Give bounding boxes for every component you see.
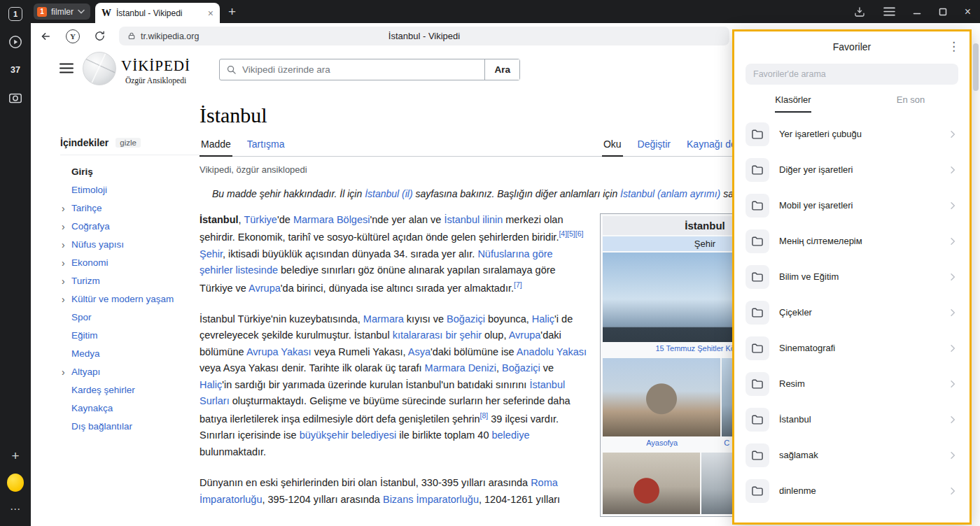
- wiki-link[interactable]: Bizans İmparatorluğu: [383, 494, 479, 505]
- toc-item-label[interactable]: Kaynakça: [71, 403, 113, 413]
- toc-item-label[interactable]: Etimoloji: [71, 185, 107, 195]
- toc-hide-button[interactable]: gizle: [115, 138, 141, 148]
- toc-item-dış-bağlantılar[interactable]: Dış bağlantılar: [60, 418, 204, 436]
- wikipedia-logo[interactable]: [83, 52, 116, 85]
- address-bar[interactable]: tr.wikipedia.org İstanbul - Vikipedi: [119, 27, 729, 45]
- toc-item-turizm[interactable]: ›Turizm: [60, 272, 204, 290]
- reference-link[interactable]: [4][5][6]: [559, 229, 583, 238]
- infobox-caption-left[interactable]: Ayasofya: [603, 439, 721, 447]
- folder-item-dinlenme[interactable]: dinlenme: [734, 473, 969, 509]
- minimize-icon[interactable]: [913, 8, 921, 16]
- toc-item-giriş[interactable]: Giriş: [60, 163, 204, 181]
- chevron-right-icon[interactable]: [947, 414, 958, 425]
- wiki-link[interactable]: Marmara: [363, 313, 404, 325]
- wiki-link[interactable]: Avrupa Yakası: [246, 346, 312, 357]
- toc-item-label[interactable]: Coğrafya: [71, 221, 110, 232]
- wiki-link[interactable]: Anadolu Yakası: [517, 346, 587, 357]
- wiki-link[interactable]: İstanbul (il): [365, 188, 412, 199]
- chevron-right-icon[interactable]: [947, 485, 958, 497]
- reference-link[interactable]: [8]: [480, 411, 489, 420]
- wiki-search-input[interactable]: [241, 59, 484, 80]
- tab-close-icon[interactable]: ×: [208, 8, 214, 18]
- more-services-icon[interactable]: ⋯: [7, 501, 24, 518]
- folder-item-bilim-ve-eğitim[interactable]: Bilim ve Eğitim: [734, 259, 969, 294]
- toc-item-label[interactable]: Giriş: [71, 166, 93, 177]
- wiki-link[interactable]: Haliç: [200, 379, 222, 390]
- chevron-right-icon[interactable]: ›: [62, 236, 65, 254]
- yandex-icon[interactable]: Y: [66, 29, 80, 43]
- wiki-link[interactable]: Türkiye: [244, 214, 277, 225]
- toc-item-label[interactable]: Ekonomi: [71, 257, 108, 268]
- wiki-link[interactable]: Asya: [408, 346, 430, 357]
- chevron-right-icon[interactable]: ›: [62, 363, 65, 381]
- wiki-link[interactable]: büyükşehir belediyesi: [300, 429, 397, 441]
- wiki-link[interactable]: belediye: [491, 429, 529, 441]
- page-tab-değiştir[interactable]: Değiştir: [636, 134, 672, 156]
- toc-item-etimoloji[interactable]: Etimoloji: [60, 181, 204, 199]
- chevron-right-icon[interactable]: [947, 129, 958, 140]
- alice-icon[interactable]: [7, 474, 24, 491]
- toc-item-label[interactable]: Medya: [71, 348, 100, 359]
- wiki-link[interactable]: Boğaziçi: [502, 362, 540, 374]
- tab-istanbul-vikipedi[interactable]: W İstanbul - Vikipedi ×: [95, 3, 220, 23]
- close-window-icon[interactable]: ×: [965, 6, 971, 17]
- chevron-right-icon[interactable]: ›: [62, 199, 65, 218]
- wiki-link[interactable]: kıtalararası bir şehir: [393, 329, 482, 341]
- toc-item-tarihçe[interactable]: ›Tarihçe: [60, 199, 204, 218]
- refresh-icon[interactable]: [94, 30, 106, 42]
- toc-item-nüfus-yapısı[interactable]: ›Nüfus yapısı: [60, 236, 204, 254]
- chevron-right-icon[interactable]: [947, 378, 958, 390]
- wiki-search-button[interactable]: Ara: [484, 59, 519, 80]
- chevron-right-icon[interactable]: ›: [62, 218, 65, 236]
- chevron-right-icon[interactable]: [947, 307, 958, 318]
- toc-item-ekonomi[interactable]: ›Ekonomi: [60, 254, 204, 272]
- chevron-right-icon[interactable]: [947, 343, 958, 354]
- chevron-right-icon[interactable]: [947, 200, 958, 211]
- wiki-link[interactable]: İstanbul ilinin: [444, 214, 503, 225]
- toc-item-kardeş-şehirler[interactable]: Kardeş şehirler: [60, 381, 204, 399]
- toc-item-kaynakça[interactable]: Kaynakça: [60, 399, 204, 418]
- wiki-link[interactable]: İstanbul (anlam ayrımı): [620, 188, 720, 199]
- infobox-image-tram[interactable]: [603, 453, 700, 514]
- folder-item-i̇stanbul[interactable]: İstanbul: [734, 401, 969, 437]
- folder-item-yer-işaretleri-çubuğu[interactable]: Yer işaretleri çubuğu: [734, 116, 969, 152]
- wiki-menu-icon[interactable]: [59, 63, 74, 76]
- wiki-link[interactable]: Avrupa: [248, 282, 281, 293]
- wikipedia-wordmark[interactable]: VİKİPEDİ Özgür Ansiklopedi: [121, 57, 190, 85]
- toc-item-label[interactable]: Spor: [71, 312, 92, 322]
- scrollbar-thumb[interactable]: [973, 43, 979, 91]
- chevron-right-icon[interactable]: [947, 164, 958, 176]
- toc-item-label[interactable]: Kültür ve modern yaşam: [71, 294, 174, 304]
- toc-item-label[interactable]: Dış bağlantılar: [71, 421, 132, 432]
- new-tab-button[interactable]: +: [228, 5, 236, 18]
- wiki-link[interactable]: Şehir: [200, 248, 223, 260]
- favorites-tab-en-son[interactable]: En son: [852, 94, 969, 113]
- toc-item-label[interactable]: Altyapı: [71, 367, 100, 377]
- wiki-link[interactable]: Avrupa: [509, 329, 541, 341]
- page-tab-madde[interactable]: Madde: [200, 134, 232, 157]
- chevron-right-icon[interactable]: [947, 450, 958, 461]
- wiki-link[interactable]: Marmara Bölgesi: [293, 214, 370, 225]
- page-tab-tartışma[interactable]: Tartışma: [246, 134, 286, 156]
- chevron-right-icon[interactable]: ›: [62, 254, 65, 272]
- favorites-tab-klasörler[interactable]: Klasörler: [734, 94, 852, 113]
- folder-item-менің-сілтемелерім[interactable]: Менің сілтемелерім: [734, 223, 969, 259]
- folder-item-mobil-yer-işaretleri[interactable]: Mobil yer işaretleri: [734, 187, 969, 223]
- side-panel-icon[interactable]: [853, 6, 866, 18]
- toc-item-medya[interactable]: Medya: [60, 345, 204, 363]
- wiki-link[interactable]: Marmara Denizi: [425, 362, 496, 374]
- notifications-counter[interactable]: 37: [7, 62, 24, 78]
- toc-item-kültür-ve-modern-yaşam[interactable]: ›Kültür ve modern yaşam: [60, 290, 204, 308]
- chevron-right-icon[interactable]: [947, 236, 958, 247]
- toc-item-label[interactable]: Eğitim: [71, 330, 98, 341]
- toc-item-label[interactable]: Nüfus yapısı: [71, 239, 124, 250]
- infobox-image-ayasofya[interactable]: [603, 358, 720, 436]
- back-icon[interactable]: [39, 30, 52, 43]
- add-icon[interactable]: +: [7, 448, 24, 464]
- tab-group-chip[interactable]: 1 filmler: [34, 3, 90, 20]
- toc-item-coğrafya[interactable]: ›Coğrafya: [60, 218, 204, 236]
- chevron-right-icon[interactable]: ›: [62, 290, 65, 308]
- maximize-icon[interactable]: [939, 8, 947, 16]
- folder-item-sağlamak[interactable]: sağlamak: [734, 437, 969, 473]
- toc-item-label[interactable]: Turizm: [71, 276, 100, 286]
